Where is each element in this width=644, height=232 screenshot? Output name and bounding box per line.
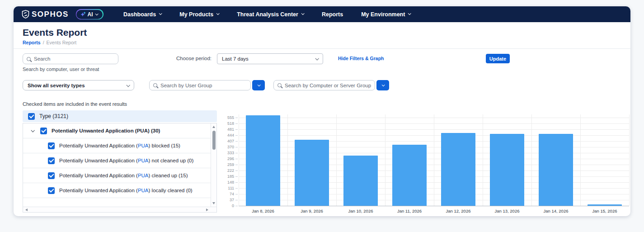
checkbox-checked[interactable] bbox=[48, 157, 55, 164]
bar-jan-12-2026[interactable] bbox=[441, 133, 475, 206]
scroll-up-arrow-icon[interactable] bbox=[212, 126, 215, 128]
scroll-right-arrow-icon[interactable] bbox=[206, 208, 208, 211]
y-tick-label: 259 bbox=[219, 162, 234, 167]
nav-item-my-products[interactable]: My Products bbox=[170, 11, 228, 18]
vertical-scrollbar[interactable] bbox=[211, 123, 216, 207]
y-tick-label: 333 bbox=[219, 151, 234, 155]
chevron-down-icon bbox=[301, 12, 305, 15]
y-tick-mark bbox=[235, 188, 238, 189]
highlighted-term: PUA bbox=[138, 173, 149, 178]
breadcrumb-separator: / bbox=[43, 40, 44, 45]
y-tick-mark bbox=[235, 141, 238, 142]
x-tick-label: Jan 13, 2026 bbox=[483, 208, 531, 213]
nav-item-label: Threat Analysis Center bbox=[237, 11, 298, 18]
chevron-down-icon bbox=[381, 83, 385, 86]
scroll-left-arrow-icon[interactable] bbox=[25, 208, 28, 211]
y-tick-mark bbox=[235, 129, 238, 130]
gridline bbox=[483, 114, 483, 206]
bar-jan-13-2026[interactable] bbox=[490, 134, 524, 206]
checkbox-checked[interactable] bbox=[48, 172, 55, 179]
y-tick-label: 148 bbox=[219, 180, 234, 185]
ai-assistant-button[interactable]: ✦✦ AI bbox=[76, 9, 103, 19]
bar-jan-14-2026[interactable] bbox=[539, 134, 573, 206]
y-tick-mark bbox=[235, 182, 238, 183]
highlighted-term: PUA bbox=[138, 188, 149, 193]
gridline bbox=[336, 114, 337, 206]
breadcrumb-current: Events Report bbox=[47, 40, 77, 45]
search-icon bbox=[277, 83, 282, 87]
x-tick-label: Jan 8, 2026 bbox=[239, 208, 287, 213]
y-tick-mark bbox=[235, 118, 238, 118]
checkbox-checked[interactable] bbox=[28, 113, 35, 120]
nav-item-my-environment[interactable]: My Environment bbox=[352, 11, 419, 18]
bar-jan-8-2026[interactable] bbox=[246, 115, 280, 206]
chevron-expanded-icon[interactable] bbox=[31, 128, 34, 132]
period-select[interactable]: Last 7 days bbox=[217, 53, 323, 64]
chevron-down-icon bbox=[315, 57, 319, 60]
chevron-down-icon bbox=[408, 12, 411, 15]
hide-filters-link[interactable]: Hide Filters & Graph bbox=[338, 56, 384, 61]
computer-group-input[interactable] bbox=[285, 83, 371, 88]
checkbox-checked[interactable] bbox=[40, 128, 47, 134]
checkbox-checked[interactable] bbox=[48, 187, 55, 194]
tree-note: Checked items are included in the event … bbox=[23, 101, 127, 107]
user-group-search-field[interactable] bbox=[149, 80, 251, 90]
nav-item-label: My Environment bbox=[361, 11, 405, 18]
y-tick-mark bbox=[235, 206, 238, 206]
user-group-dropdown-button[interactable] bbox=[252, 80, 265, 90]
nav-item-dashboards[interactable]: Dashboards bbox=[114, 11, 170, 18]
header-divider bbox=[14, 48, 630, 49]
search-input[interactable] bbox=[34, 56, 114, 62]
sophos-logo[interactable]: SOPHOS bbox=[22, 10, 69, 19]
chevron-down-icon bbox=[126, 83, 130, 87]
period-value: Last 7 days bbox=[222, 56, 249, 62]
x-tick-label: Jan 15, 2026 bbox=[580, 208, 629, 213]
update-button[interactable]: Update bbox=[486, 54, 510, 63]
horizontal-scrollbar[interactable] bbox=[23, 207, 216, 212]
y-tick-label: 37 bbox=[219, 198, 234, 202]
computer-group-search-field[interactable] bbox=[273, 80, 375, 90]
chevron-down-icon bbox=[216, 12, 220, 15]
bar-jan-15-2026[interactable] bbox=[588, 204, 622, 206]
gridline bbox=[287, 114, 288, 206]
y-tick-label: 0 bbox=[219, 204, 234, 208]
bar-jan-11-2026[interactable] bbox=[392, 145, 427, 206]
bar-jan-10-2026[interactable] bbox=[343, 156, 378, 206]
ai-label: AI bbox=[87, 11, 93, 18]
nav-item-threat-analysis-center[interactable]: Threat Analysis Center bbox=[228, 11, 313, 18]
x-tick-label: Jan 10, 2026 bbox=[336, 208, 385, 213]
bar-jan-9-2026[interactable] bbox=[295, 140, 329, 206]
y-tick-mark bbox=[235, 153, 238, 153]
x-tick-label: Jan 14, 2026 bbox=[531, 208, 580, 213]
y-tick-label: 481 bbox=[219, 127, 234, 132]
tree-group-label: Potentially Unwanted Application (PUA) (… bbox=[52, 128, 160, 133]
gridline bbox=[239, 114, 239, 206]
nav-item-label: Reports bbox=[322, 11, 343, 18]
breadcrumb: Reports / Events Report bbox=[23, 40, 76, 45]
y-tick-mark bbox=[235, 194, 238, 194]
user-group-input[interactable] bbox=[160, 83, 247, 88]
gridline bbox=[531, 114, 532, 206]
tree-root-label: Type (3121) bbox=[39, 113, 68, 119]
app-window: SOPHOS ✦✦ AI DashboardsMy ProductsThreat… bbox=[14, 6, 630, 216]
highlighted-term: PUA bbox=[138, 143, 149, 148]
tree-root-row[interactable]: Type (3121) bbox=[23, 110, 217, 122]
checkbox-checked[interactable] bbox=[48, 142, 55, 149]
y-tick-label: 222 bbox=[219, 168, 234, 173]
nav-item-reports[interactable]: Reports bbox=[313, 11, 352, 18]
breadcrumb-reports-link[interactable]: Reports bbox=[23, 40, 41, 45]
tree-child-label: Potentially Unwanted Application (PUA) c… bbox=[59, 173, 188, 178]
tree-child-row[interactable]: Potentially Unwanted Application (PUA) l… bbox=[23, 183, 211, 198]
gridline bbox=[580, 114, 581, 206]
tree-child-row[interactable]: Potentially Unwanted Application (PUA) n… bbox=[23, 153, 211, 168]
scroll-down-arrow-icon[interactable] bbox=[212, 202, 215, 204]
computer-group-dropdown-button[interactable] bbox=[376, 80, 389, 90]
severity-select[interactable]: Show all severity types bbox=[23, 80, 134, 90]
tree-group-row[interactable]: Potentially Unwanted Application (PUA) (… bbox=[23, 123, 211, 138]
vertical-scroll-thumb[interactable] bbox=[212, 131, 216, 150]
x-tick-label: Jan 9, 2026 bbox=[287, 208, 336, 213]
period-label: Choose period: bbox=[163, 56, 212, 61]
main-search-field[interactable] bbox=[23, 53, 118, 64]
tree-child-row[interactable]: Potentially Unwanted Application (PUA) b… bbox=[23, 138, 211, 153]
tree-child-row[interactable]: Potentially Unwanted Application (PUA) c… bbox=[23, 168, 211, 183]
